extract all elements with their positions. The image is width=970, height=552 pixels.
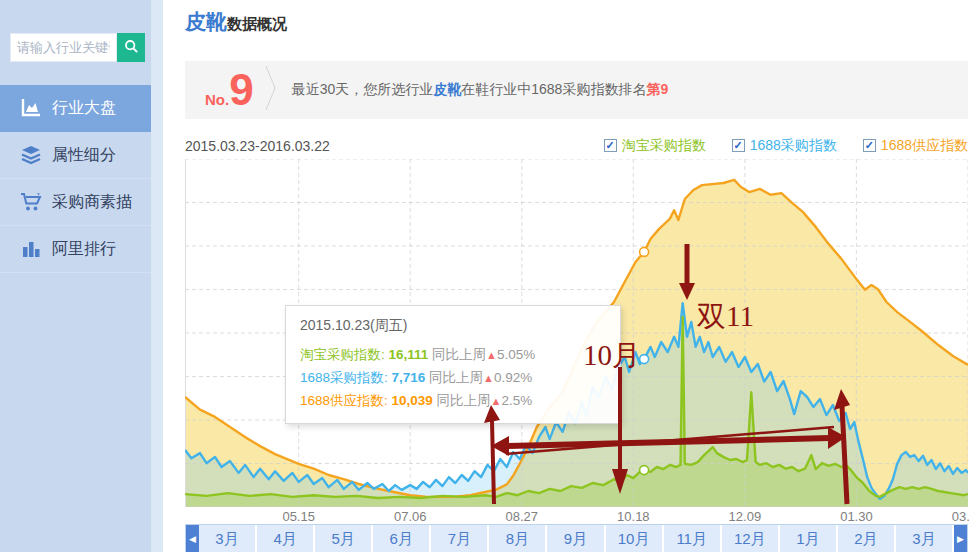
sidebar-item-行业大盘[interactable]: 行业大盘 [0, 85, 151, 132]
tooltip-row: 1688供应指数: 10,039 同比上周▲2.5% [300, 390, 606, 413]
hover-marker [640, 355, 649, 364]
legend-item-1688供应指数[interactable]: ✓1688供应指数 [863, 137, 968, 155]
sidebar-item-属性细分[interactable]: 属性细分 [0, 132, 151, 179]
tooltip-row: 1688采购指数: 7,716 同比上周▲0.92% [300, 367, 606, 390]
rank-banner: No. 9 最近30天，您所选行业皮靴在鞋行业中1688采购指数排名第9 [185, 61, 968, 119]
checkbox-checked-icon[interactable]: ✓ [863, 139, 876, 152]
hover-marker [640, 247, 649, 256]
month-cell-1[interactable]: 3月 [199, 525, 257, 552]
x-tick-label: 03.22 [945, 509, 970, 524]
sidebar-menu: 行业大盘属性细分采购商素描阿里排行 [0, 85, 163, 273]
chevron-right-icon: ▶ [957, 534, 964, 544]
area-chart-icon [20, 98, 42, 118]
legend-item-淘宝采购指数[interactable]: ✓淘宝采购指数 [604, 137, 706, 155]
month-cell-11[interactable]: 1月 [780, 525, 838, 552]
tooltip-date: 2015.10.23(周五) [300, 317, 606, 335]
sidebar-item-label: 属性细分 [52, 145, 116, 166]
sidebar-item-label: 采购商素描 [52, 192, 132, 213]
checkbox-checked-icon[interactable]: ✓ [604, 139, 617, 152]
chart-header: 2015.03.23-2016.03.22 ✓淘宝采购指数✓1688采购指数✓1… [185, 136, 968, 155]
x-axis-ticks: 05.1507.0608.2710.1812.0901.3003.22 [185, 507, 968, 524]
hover-marker [640, 466, 649, 475]
month-cell-4[interactable]: 6月 [373, 525, 431, 552]
bar-chart-icon [20, 239, 42, 259]
sidebar-right-strip [151, 0, 163, 552]
tooltip-rows: 淘宝采购指数: 16,111 同比上周▲5.05%1688采购指数: 7,716… [300, 344, 606, 413]
month-cell-8[interactable]: 10月 [606, 525, 664, 552]
chart-legend: ✓淘宝采购指数✓1688采购指数✓1688供应指数 [604, 137, 968, 155]
date-range-label: 2015.03.23-2016.03.22 [185, 138, 330, 154]
x-tick-label: 05.15 [276, 509, 322, 524]
x-tick-label: 01.30 [833, 509, 879, 524]
legend-label: 淘宝采购指数 [622, 137, 706, 155]
rank-no-label: No. [205, 91, 229, 108]
month-cell-3[interactable]: 5月 [315, 525, 373, 552]
legend-item-1688采购指数[interactable]: ✓1688采购指数 [732, 137, 837, 155]
cart-icon [20, 192, 42, 212]
rank-text-prefix: 最近30天，您所选行业 [292, 81, 434, 97]
sidebar-item-阿里排行[interactable]: 阿里排行 [0, 226, 151, 273]
index-trend-chart[interactable]: 2015.10.23(周五) 淘宝采购指数: 16,111 同比上周▲5.05%… [185, 159, 968, 507]
month-cell-5[interactable]: 7月 [431, 525, 489, 552]
prev-month-button[interactable]: ◀ [186, 525, 199, 552]
month-cell-12[interactable]: 2月 [838, 525, 896, 552]
up-arrow-icon: ▲ [483, 372, 494, 384]
industry-search [10, 33, 145, 62]
sidebar: 行业大盘属性细分采购商素描阿里排行 [0, 0, 163, 552]
page-title-keyword: 皮靴 [185, 8, 227, 36]
chart-tooltip: 2015.10.23(周五) 淘宝采购指数: 16,111 同比上周▲5.05%… [285, 305, 621, 424]
checkbox-checked-icon[interactable]: ✓ [732, 139, 745, 152]
tooltip-row: 淘宝采购指数: 16,111 同比上周▲5.05% [300, 344, 606, 367]
rank-text-middle: 在鞋行业中1688采购指数排名 [461, 81, 646, 97]
magnifier-icon [124, 39, 139, 57]
up-arrow-icon: ▲ [491, 395, 502, 407]
search-button[interactable] [117, 33, 145, 62]
page-title: 皮靴 数据概况 [185, 0, 968, 36]
industry-dashboard: 行业大盘属性细分采购商素描阿里排行 皮靴 数据概况 No. 9 最近30天，您所… [0, 0, 970, 552]
x-tick-label: 08.27 [499, 509, 545, 524]
chevron-divider-icon [264, 62, 278, 118]
up-arrow-icon: ▲ [486, 349, 497, 361]
main-content: 皮靴 数据概况 No. 9 最近30天，您所选行业皮靴在鞋行业中1688采购指数… [185, 0, 968, 552]
month-cell-7[interactable]: 9月 [547, 525, 605, 552]
x-tick-label: 12.09 [722, 509, 768, 524]
month-cell-10[interactable]: 12月 [722, 525, 780, 552]
search-input[interactable] [10, 33, 117, 62]
x-tick-label: 10.18 [610, 509, 656, 524]
chevron-left-icon: ◀ [189, 534, 196, 544]
month-pager: ◀ 3月4月5月6月7月8月9月10月11月12月1月2月3月 ▶ [185, 524, 968, 552]
layers-icon [20, 145, 42, 165]
rank-text-keyword: 皮靴 [433, 81, 461, 97]
legend-label: 1688供应指数 [881, 137, 968, 155]
next-month-button[interactable]: ▶ [954, 525, 967, 552]
rank-text-rank: 第9 [646, 81, 668, 97]
rank-no-value: 9 [229, 68, 253, 112]
month-cell-9[interactable]: 11月 [664, 525, 722, 552]
rank-number: No. 9 [205, 68, 254, 112]
month-cell-6[interactable]: 8月 [489, 525, 547, 552]
month-cell-2[interactable]: 4月 [257, 525, 315, 552]
month-cell-13[interactable]: 3月 [896, 525, 954, 552]
rank-description: 最近30天，您所选行业皮靴在鞋行业中1688采购指数排名第9 [292, 81, 669, 99]
page-title-suffix: 数据概况 [227, 15, 287, 34]
legend-label: 1688采购指数 [750, 137, 837, 155]
sidebar-item-label: 行业大盘 [52, 98, 116, 119]
x-tick-label: 07.06 [387, 509, 433, 524]
sidebar-item-label: 阿里排行 [52, 239, 116, 260]
sidebar-item-采购商素描[interactable]: 采购商素描 [0, 179, 151, 226]
